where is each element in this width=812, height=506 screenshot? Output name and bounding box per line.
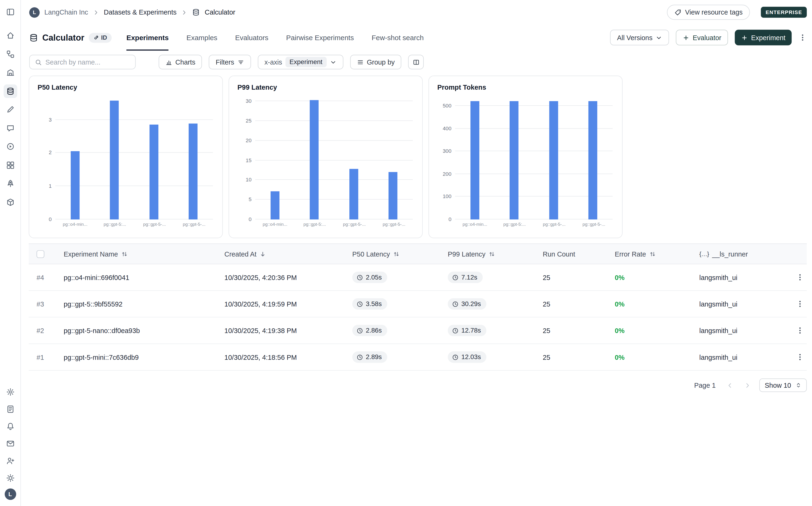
latency-chip: 2.89s [352, 351, 387, 363]
sort-icon[interactable] [121, 250, 128, 257]
sort-icon[interactable] [649, 250, 656, 257]
sort-desc-icon[interactable] [260, 250, 266, 257]
latency-value: 12.03s [461, 353, 481, 361]
theme-sun-icon[interactable] [3, 471, 17, 485]
y-axis-tick-label: 15 [246, 157, 252, 163]
chart-bar[interactable] [110, 100, 119, 220]
experiment-row[interactable]: #3pg::gpt-5::9bf5559210/30/2025, 4:19:59… [29, 291, 807, 317]
datasets-icon[interactable] [3, 84, 17, 98]
dashboards-icon[interactable] [3, 158, 17, 172]
docs-icon[interactable] [3, 403, 17, 416]
latency-value: 30.29s [461, 300, 481, 308]
copy-id-chip[interactable]: ID [88, 32, 112, 43]
tab-evaluators[interactable]: Evaluators [235, 24, 269, 51]
prompts-icon[interactable] [3, 121, 17, 135]
notifications-bell-icon[interactable] [3, 420, 17, 433]
row-menu-button[interactable] [796, 353, 804, 361]
columns-button[interactable] [408, 55, 424, 69]
search-input[interactable] [45, 58, 130, 66]
column-header-run-count[interactable]: Run Count [543, 250, 615, 258]
chart-bar[interactable] [189, 123, 198, 220]
tab-experiments[interactable]: Experiments [126, 24, 169, 51]
chart-bar-slot [255, 96, 295, 220]
prev-page-button[interactable] [724, 380, 736, 391]
charts-toggle-button[interactable]: Charts [158, 55, 202, 69]
row-actions-cell [793, 273, 807, 282]
view-resource-tags-button[interactable]: View resource tags [667, 5, 750, 20]
column-header-experiment-name[interactable]: Experiment Name [64, 250, 224, 258]
chart-bar[interactable] [510, 101, 519, 220]
experiment-row[interactable]: #4pg::o4-mini::696f004110/30/2025, 4:20:… [29, 264, 807, 291]
filter-icon [237, 59, 244, 66]
column-header-p50-latency[interactable]: P50 Latency [352, 250, 448, 258]
add-experiment-button[interactable]: Experiment [735, 30, 792, 46]
mail-icon[interactable] [3, 437, 17, 450]
experiment-row[interactable]: #1pg::gpt-5-mini::7c636db910/30/2025, 4:… [29, 344, 807, 370]
column-label: Run Count [543, 250, 575, 258]
page-title-group: Calculator ID [29, 32, 112, 43]
xaxis-dropdown[interactable]: x-axis Experiment [258, 55, 343, 69]
error-rate-cell: 0% [615, 353, 699, 361]
latency-chip: 7.12s [448, 271, 483, 283]
page-size-select[interactable]: Show 10 [760, 378, 807, 392]
tab-examples[interactable]: Examples [186, 24, 217, 51]
select-all-checkbox[interactable] [37, 250, 44, 258]
org-avatar[interactable]: L [29, 7, 40, 17]
chart-bars [455, 96, 613, 220]
clock-icon [452, 327, 459, 334]
x-axis-tick-label: pg::gpt-5-... [534, 222, 574, 227]
organization-icon[interactable] [3, 66, 17, 79]
collapse-sidebar-icon[interactable] [3, 5, 17, 19]
y-axis-tick-label: 0 [449, 217, 451, 222]
filters-button[interactable]: Filters [209, 55, 251, 69]
add-evaluator-button[interactable]: Evaluator [676, 30, 728, 46]
sort-icon[interactable] [489, 250, 495, 257]
settings-gear-icon[interactable] [3, 385, 17, 399]
tab-pairwise-experiments[interactable]: Pairwise Experiments [286, 24, 354, 51]
experiment-row[interactable]: #2pg::gpt-5-nano::df0ea93b10/30/2025, 4:… [29, 318, 807, 344]
user-avatar[interactable]: L [4, 488, 16, 500]
page-menu-button[interactable] [798, 33, 807, 42]
column-header-ls-runner[interactable]: {…}__ls_runner [699, 250, 793, 258]
y-axis-tick-label: 20 [246, 138, 252, 143]
latency-value: 2.89s [366, 353, 382, 361]
row-menu-button[interactable] [796, 273, 804, 282]
chart-bar[interactable] [389, 172, 398, 220]
run-count: 25 [543, 273, 615, 281]
playground-icon[interactable] [3, 140, 17, 153]
annotation-queues-icon[interactable] [3, 103, 17, 116]
y-axis-tick-label: 10 [246, 177, 252, 183]
column-header-error-rate[interactable]: Error Rate [615, 250, 699, 258]
breadcrumb-section[interactable]: Datasets & Experiments [104, 8, 177, 16]
chart-bar[interactable] [149, 124, 158, 220]
column-header-created-at[interactable]: Created At [224, 250, 352, 258]
row-rank: #3 [29, 300, 64, 308]
hub-icon[interactable] [3, 195, 17, 209]
row-menu-button[interactable] [796, 326, 804, 335]
tab-few-shot-search[interactable]: Few-shot search [372, 24, 424, 51]
x-axis-tick-label: pg::gpt-5:... [95, 222, 135, 227]
chart-bar[interactable] [310, 100, 319, 220]
row-menu-button[interactable] [796, 300, 804, 308]
chart-bar[interactable] [70, 151, 79, 220]
column-header-p99-latency[interactable]: P99 Latency [448, 250, 543, 258]
chart-bar[interactable] [549, 101, 558, 220]
group-by-button[interactable]: Group by [350, 55, 402, 69]
next-page-button[interactable] [742, 380, 753, 391]
chart-bar[interactable] [470, 101, 479, 220]
home-icon[interactable] [3, 29, 17, 42]
chart-bar[interactable] [349, 169, 358, 220]
breadcrumb-current[interactable]: Calculator [205, 8, 235, 16]
sort-icon[interactable] [393, 250, 400, 257]
chart-bar[interactable] [270, 191, 279, 220]
tracing-projects-icon[interactable] [3, 47, 17, 61]
y-axis-tick-label: 25 [246, 118, 252, 123]
experiments-table: Experiment NameCreated AtP50 LatencyP99 … [29, 243, 807, 370]
breadcrumb-org[interactable]: LangChain Inc [45, 8, 88, 16]
deployments-icon[interactable] [3, 177, 17, 190]
versions-dropdown[interactable]: All Versions [610, 30, 669, 46]
column-label: P50 Latency [352, 250, 390, 258]
chart-bar[interactable] [589, 101, 598, 220]
y-axis-tick-label: 400 [443, 125, 451, 131]
invite-members-icon[interactable] [3, 454, 17, 468]
